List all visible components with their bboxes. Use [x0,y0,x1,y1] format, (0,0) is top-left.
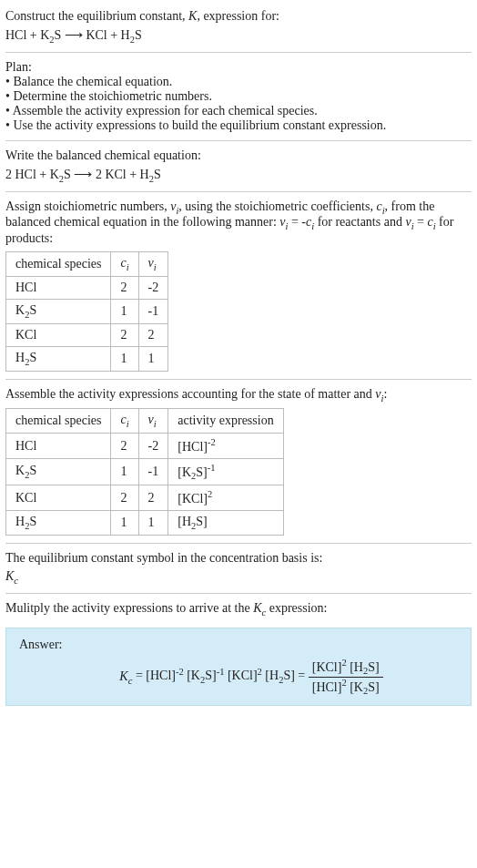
symbol-intro: The equilibrium constant symbol in the c… [5,551,472,566]
plan-item-text: Determine the stoichiometric numbers. [13,89,212,103]
activity-section: Assemble the activity expressions accoun… [5,382,472,541]
kc-expression: Kc = [HCl]-2 [K2S]-1 [KCl]2 [H2S] = [KCl… [45,658,458,696]
cell-v: -2 [138,434,168,459]
activity-intro: Assemble the activity expressions accoun… [5,387,472,403]
answer-label: Answer: [19,638,458,652]
table-row: chemical species ci νi [6,252,168,277]
table-row: KCl 2 2 [6,323,168,346]
cell-c: 1 [111,299,138,323]
cell-c: 1 [111,346,138,371]
table-header: ci [111,252,138,277]
plan-item-text: Assemble the activity expression for eac… [13,104,318,117]
cell-species: KCl [6,485,111,511]
cell-species: K2S [6,299,111,323]
divider [5,52,472,53]
prompt-text: Construct the equilibrium constant, K, e… [5,9,472,24]
cell-expr: [H2S] [168,510,283,535]
cell-species: K2S [6,458,111,485]
plan-item: • Assemble the activity expression for e… [5,104,472,118]
cell-c: 2 [111,485,138,511]
table-header: νi [138,409,168,434]
cell-expr: [HCl]-2 [168,434,283,459]
stoich-intro: Assign stoichiometric numbers, νi, using… [5,199,472,247]
stoich-table: chemical species ci νi HCl 2 -2 K2S 1 -1… [5,251,168,371]
cell-v: -2 [138,276,168,299]
cell-species: HCl [6,434,111,459]
balanced-equation: 2 HCl + K2S ⟶ 2 KCl + H2S [5,167,472,184]
cell-species: H2S [6,346,111,371]
table-header: activity expression [168,409,283,434]
cell-c: 2 [111,434,138,459]
plan-section: Plan: • Balance the chemical equation. •… [5,55,472,138]
cell-v: 2 [138,485,168,511]
balanced-intro: Write the balanced chemical equation: [5,148,472,163]
divider [5,191,472,192]
activity-table: chemical species ci νi activity expressi… [5,408,284,535]
balanced-section: Write the balanced chemical equation: 2 … [5,143,472,189]
multiply-section: Mulitply the activity expressions to arr… [5,596,472,623]
cell-expr: [K2S]-1 [168,458,283,485]
table-header: νi [138,252,168,277]
table-row: KCl 2 2 [KCl]2 [6,485,284,511]
table-header: chemical species [6,252,111,277]
fraction-numerator: [KCl]2 [H2S] [309,658,383,677]
cell-c: 1 [111,510,138,535]
unbalanced-equation: HCl + K2S ⟶ KCl + H2S [5,27,472,45]
cell-expr: [KCl]2 [168,485,283,511]
cell-c: 2 [111,323,138,346]
table-row: K2S 1 -1 [K2S]-1 [6,458,284,485]
cell-v: 1 [138,346,168,371]
cell-v: -1 [138,299,168,323]
divider [5,379,472,380]
table-header: chemical species [6,409,111,434]
divider [5,543,472,544]
plan-item-text: Balance the chemical equation. [13,75,172,88]
stoich-section: Assign stoichiometric numbers, νi, using… [5,194,472,377]
cell-c: 2 [111,276,138,299]
fraction: [KCl]2 [H2S] [HCl]2 [K2S] [309,658,383,696]
table-row: H2S 1 1 [H2S] [6,510,284,535]
divider [5,140,472,141]
cell-species: H2S [6,510,111,535]
kc-symbol: Kc [5,569,472,586]
cell-v: 1 [138,510,168,535]
symbol-section: The equilibrium constant symbol in the c… [5,546,472,591]
table-row: K2S 1 -1 [6,299,168,323]
table-row: H2S 1 1 [6,346,168,371]
prompt-section: Construct the equilibrium constant, K, e… [5,4,472,50]
cell-species: KCl [6,323,111,346]
divider [5,593,472,594]
plan-item: • Determine the stoichiometric numbers. [5,89,472,104]
table-row: HCl 2 -2 [6,276,168,299]
plan-item: • Balance the chemical equation. [5,75,472,89]
table-row: chemical species ci νi activity expressi… [6,409,284,434]
answer-box: Answer: Kc = [HCl]-2 [K2S]-1 [KCl]2 [H2S… [5,628,472,706]
table-row: HCl 2 -2 [HCl]-2 [6,434,284,459]
fraction-denominator: [HCl]2 [K2S] [309,678,383,696]
cell-v: 2 [138,323,168,346]
cell-v: -1 [138,458,168,485]
cell-c: 1 [111,458,138,485]
plan-item-text: Use the activity expressions to build th… [13,118,386,132]
multiply-intro: Mulitply the activity expressions to arr… [5,601,472,618]
cell-species: HCl [6,276,111,299]
table-header: ci [111,409,138,434]
plan-title: Plan: [5,60,472,75]
plan-item: • Use the activity expressions to build … [5,118,472,133]
